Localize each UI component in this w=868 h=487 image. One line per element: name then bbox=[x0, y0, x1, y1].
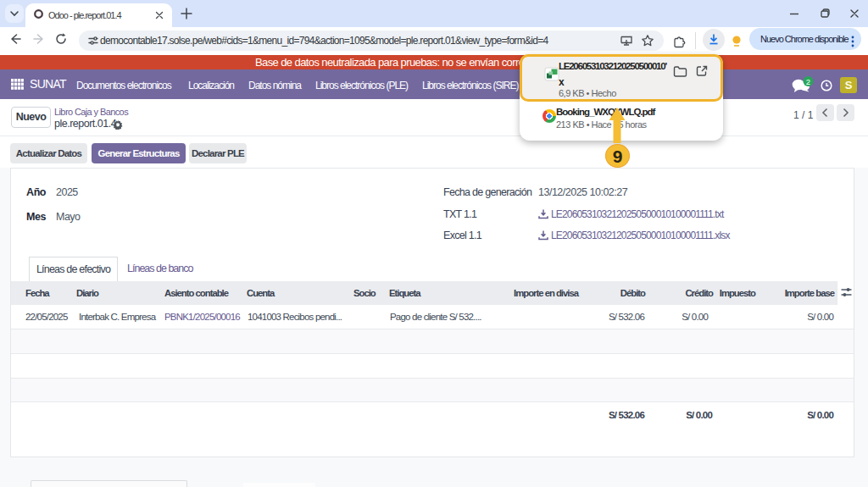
svg-text:2: 2 bbox=[806, 77, 810, 86]
